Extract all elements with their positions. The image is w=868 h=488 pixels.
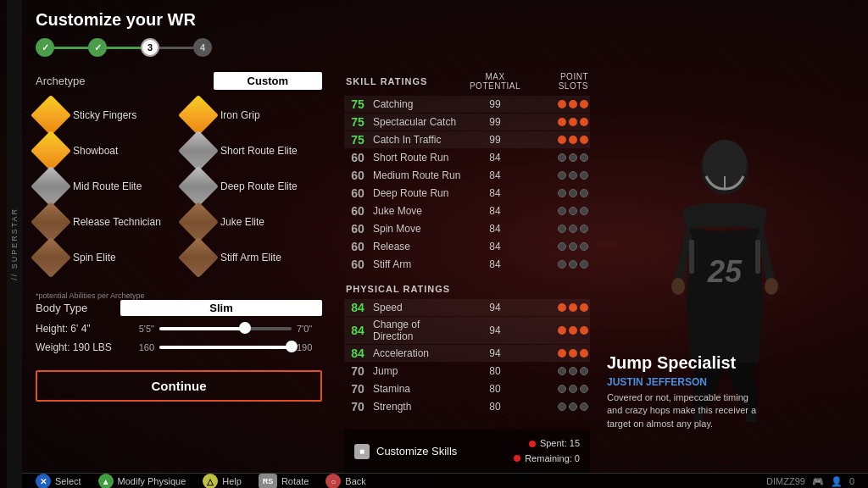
footer-select: ✕ Select	[36, 474, 81, 488]
step-2: ✓	[88, 38, 107, 57]
player-ability-title: Jump Specialist	[607, 353, 868, 373]
user-info: DIMZZ99 🎮 👤 0	[766, 476, 854, 487]
controller-icon: 🎮	[812, 476, 824, 487]
skill-row-spectacular-catch: 75 Spectacular Catch 99	[344, 114, 590, 130]
skill-col-slots-header: POINT SLOTS	[529, 72, 588, 91]
skill-col-max-header: MAX POTENTIAL	[461, 72, 529, 91]
spent-indicator	[529, 441, 536, 447]
archetype-label: Archetype	[36, 75, 86, 87]
ability-icon-mid-route-elite	[36, 171, 66, 202]
step-indicator: ✓ ✓ 3 4	[36, 38, 854, 57]
step-3: 3	[141, 38, 159, 57]
ability-icon-spin-elite	[36, 242, 66, 273]
height-max: 7'0"	[297, 324, 322, 334]
back-label: Back	[345, 476, 365, 486]
skill-row-cod: 84 Change of Direction 94	[344, 317, 590, 344]
x-button-icon: ✕	[36, 474, 51, 488]
username: DIMZZ99	[766, 476, 805, 486]
ability-juke-elite[interactable]: Juke Elite	[183, 207, 322, 237]
rotate-label: Rotate	[281, 476, 309, 486]
ability-iron-grip[interactable]: Iron Grip	[183, 100, 322, 130]
weight-slider[interactable]	[159, 346, 292, 349]
skill-row-deep-route-run: 60 Deep Route Run 84	[344, 185, 590, 202]
skill-row-juke-move: 60 Juke Move 84	[344, 202, 590, 219]
skill-row-stiff-arm: 60 Stiff Arm 84	[344, 256, 590, 273]
mid-panel: SKILL RATINGS MAX POTENTIAL POINT SLOTS …	[336, 72, 598, 473]
ability-stiff-arm-elite[interactable]: Stiff Arm Elite	[183, 242, 322, 273]
ability-icon-iron-grip	[183, 100, 214, 130]
skill-row-medium-route-run: 60 Medium Route Run 84	[344, 167, 590, 184]
customize-skills-label: Customize Skills	[376, 445, 457, 458]
ability-spin-elite[interactable]: Spin Elite	[36, 242, 175, 273]
skill-section-title: SKILL RATINGS	[346, 76, 461, 86]
weight-max: 190	[297, 342, 322, 352]
skill-row-acceleration: 84 Acceleration 94	[344, 345, 590, 362]
ability-icon-stiff-arm-elite	[183, 242, 214, 273]
footer-back: ○ Back	[326, 474, 365, 488]
skill-row-short-route-run: 60 Short Route Run 84	[344, 149, 590, 166]
skill-row-catching: 75 Catching 99	[344, 96, 590, 113]
physical-ratings-table: PHYSICAL RATINGS 84 Speed 94 84 Change o…	[344, 284, 590, 416]
ability-mid-route-elite[interactable]: Mid Route Elite	[36, 171, 175, 202]
skill-row-jump: 70 Jump 80	[344, 363, 590, 380]
weight-min: 160	[129, 342, 154, 352]
header: Customize your WR ✓ ✓ 3 4	[22, 0, 868, 72]
height-min: 5'5"	[129, 324, 154, 334]
y-button-icon: △	[203, 474, 218, 488]
help-label: Help	[222, 476, 242, 486]
weight-label: Weight: 190 LBS	[36, 341, 129, 353]
svg-point-4	[765, 278, 778, 295]
ability-icon-showboat	[36, 136, 66, 166]
ability-note: *potential Abilities per Archetype	[36, 291, 322, 300]
continue-button[interactable]: Continue	[36, 370, 322, 402]
player-description: Covered or not, impeccable timing and cr…	[607, 391, 760, 430]
catching-dots	[529, 100, 588, 108]
body-type-value: Slim	[120, 300, 322, 316]
ability-short-route-elite[interactable]: Short Route Elite	[183, 136, 322, 166]
player-count: 👤	[831, 476, 843, 487]
page-title: Customize your WR	[36, 10, 854, 30]
superstar-label: // SUPERSTAR	[7, 0, 22, 488]
remaining-label: Remaining: 0	[525, 452, 580, 467]
svg-text:25: 25	[707, 254, 743, 289]
height-slider[interactable]	[159, 327, 292, 330]
archetype-value: Custom	[214, 72, 322, 90]
skill-row-spin-move: 60 Spin Move 84	[344, 220, 590, 237]
ability-icon-juke-elite	[183, 207, 214, 237]
skill-row-speed: 84 Speed 94	[344, 299, 590, 316]
ability-deep-route-elite[interactable]: Deep Route Elite	[183, 171, 322, 202]
b-button-icon: ○	[326, 474, 341, 488]
customize-skills-bar[interactable]: ■ Customize Skills Spent: 15 Remaining: …	[344, 430, 590, 473]
body-type-label: Body Type	[36, 302, 120, 314]
right-panel: 25 Jump Specialist JUSTIN JEFFERSON Cove…	[598, 72, 868, 473]
left-panel: Archetype Custom Sticky Fingers Iron Gri…	[22, 72, 336, 473]
select-label: Select	[55, 476, 81, 486]
skill-row-release: 60 Release 84	[344, 238, 590, 255]
player-info: Jump Specialist JUSTIN JEFFERSON Covered…	[607, 353, 868, 430]
height-label: Height: 6' 4"	[36, 323, 129, 335]
body-section: Body Type Slim Height: 6' 4" 5'5" 7'0" W…	[36, 300, 322, 360]
footer-help: △ Help	[203, 474, 242, 488]
step-1: ✓	[36, 38, 54, 57]
svg-point-3	[671, 278, 685, 295]
footer-modify: ▲ Modify Physique	[98, 474, 186, 488]
skill-row-catch-in-traffic: 75 Catch In Traffic 99	[344, 131, 590, 148]
ability-showboat[interactable]: Showboat	[36, 136, 175, 166]
remaining-indicator	[514, 455, 520, 462]
footer-rotate: RS Rotate	[259, 474, 309, 488]
skill-row-strength: 70 Strength 80	[344, 398, 590, 415]
player-count-value: 0	[849, 476, 854, 486]
skill-ratings-table: SKILL RATINGS MAX POTENTIAL POINT SLOTS …	[344, 72, 590, 274]
ability-sticky-fingers[interactable]: Sticky Fingers	[36, 100, 175, 130]
customize-skills-icon: ■	[354, 444, 370, 459]
modify-label: Modify Physique	[118, 476, 186, 486]
ability-icon-release-technician	[36, 207, 66, 237]
ability-icon-deep-route-elite	[183, 171, 214, 202]
svg-rect-11	[755, 240, 760, 274]
ability-release-technician[interactable]: Release Technician	[36, 207, 175, 237]
ability-icon-short-route-elite	[183, 136, 214, 166]
ability-grid: Sticky Fingers Iron Grip Showboat	[36, 100, 322, 273]
rb-button-icon: RS	[259, 474, 277, 488]
skill-row-stamina: 70 Stamina 80	[344, 380, 590, 397]
physical-section-title: PHYSICAL RATINGS	[346, 284, 588, 294]
